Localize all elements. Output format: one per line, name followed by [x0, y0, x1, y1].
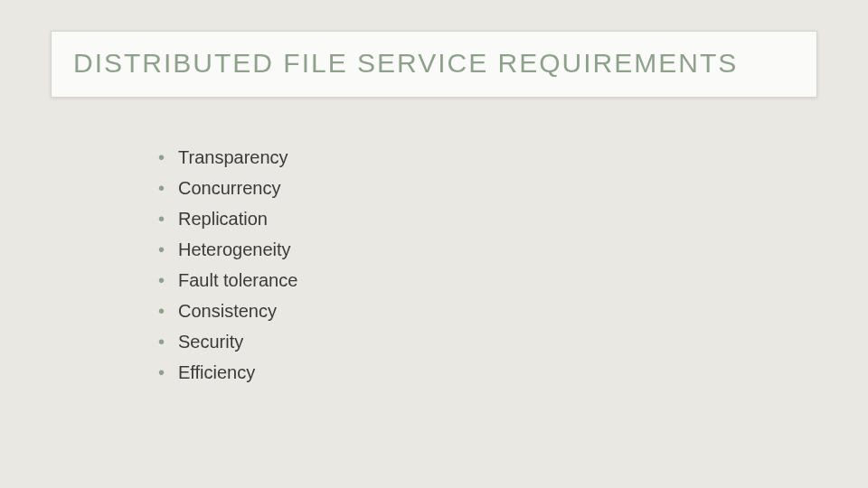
bullet-label: Consistency	[178, 298, 277, 324]
slide-title: DISTRIBUTED FILE SERVICE REQUIREMENTS	[73, 48, 795, 79]
list-item: • Consistency	[158, 298, 297, 324]
bullet-label: Heterogeneity	[178, 237, 291, 262]
bullet-list: • Transparency • Concurrency • Replicati…	[158, 145, 297, 390]
bullet-icon: •	[158, 237, 173, 262]
slide: DISTRIBUTED FILE SERVICE REQUIREMENTS • …	[0, 0, 868, 488]
list-item: • Fault tolerance	[158, 267, 297, 293]
bullet-label: Replication	[178, 206, 268, 231]
bullet-icon: •	[158, 145, 173, 170]
list-item: • Efficiency	[158, 360, 297, 385]
bullet-label: Fault tolerance	[178, 267, 297, 293]
bullet-icon: •	[158, 329, 173, 354]
list-item: • Replication	[158, 206, 297, 231]
list-item: • Concurrency	[158, 175, 297, 201]
list-item: • Transparency	[158, 145, 297, 170]
bullet-icon: •	[158, 298, 173, 324]
list-item: • Heterogeneity	[158, 237, 297, 262]
bullet-label: Concurrency	[178, 175, 280, 201]
title-container: DISTRIBUTED FILE SERVICE REQUIREMENTS	[51, 31, 817, 98]
bullet-label: Security	[178, 329, 243, 354]
bullet-icon: •	[158, 175, 173, 201]
list-item: • Security	[158, 329, 297, 354]
bullet-label: Efficiency	[178, 360, 255, 385]
bullet-label: Transparency	[178, 145, 288, 170]
bullet-icon: •	[158, 360, 173, 385]
bullet-icon: •	[158, 267, 173, 293]
bullet-icon: •	[158, 206, 173, 231]
